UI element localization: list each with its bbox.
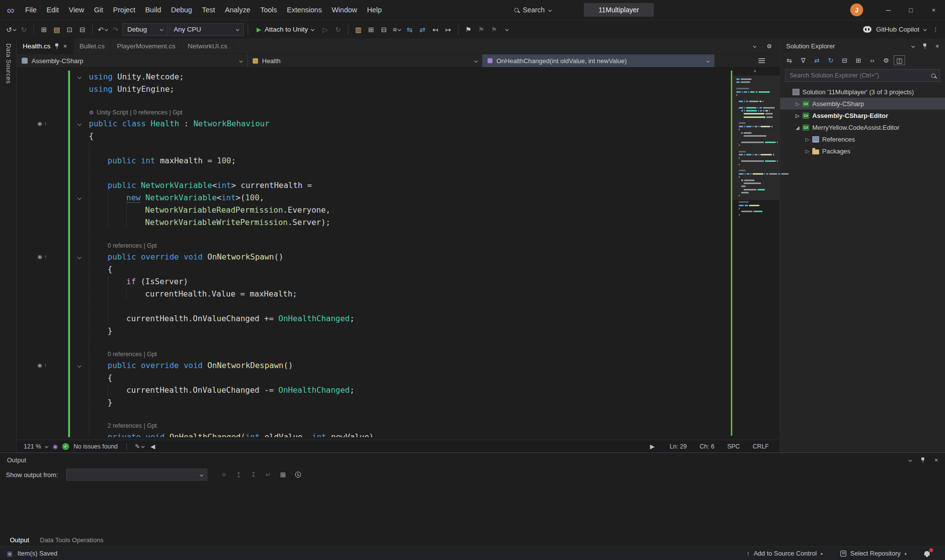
- expand-chevron-icon[interactable]: ▷: [803, 137, 812, 142]
- scroll-left-icon[interactable]: ◀: [149, 440, 157, 453]
- previous-message-icon[interactable]: ↥: [233, 468, 245, 481]
- menu-git[interactable]: Git: [89, 4, 109, 16]
- platform-dropdown[interactable]: Any CPU: [169, 23, 244, 36]
- code-row[interactable]: ◉↑public class Health : NetworkBehaviour: [17, 117, 730, 130]
- menu-debug[interactable]: Debug: [166, 4, 197, 16]
- expand-chevron-icon[interactable]: ▷: [793, 101, 802, 107]
- menu-project[interactable]: Project: [108, 4, 140, 16]
- code-row[interactable]: [17, 300, 730, 312]
- expand-chevron-icon[interactable]: ◢: [793, 125, 802, 130]
- menu-build[interactable]: Build: [140, 4, 166, 16]
- tree-item-references[interactable]: ▷References: [780, 133, 945, 145]
- tab-playermovement-cs[interactable]: PlayerMovement.cs: [111, 38, 182, 54]
- open-folder-icon[interactable]: ▤: [51, 23, 63, 36]
- bookmark-icon[interactable]: ⚑: [462, 23, 474, 36]
- new-project-icon[interactable]: ⊞: [38, 23, 50, 36]
- fold-chevron-icon[interactable]: [77, 363, 81, 367]
- code-row[interactable]: currentHealth.OnValueChanged -= OnHealth…: [17, 384, 730, 396]
- code-row[interactable]: NetworkVariableWritePermission.Server);: [17, 216, 730, 228]
- navigate-forward-icon[interactable]: ↻: [18, 23, 30, 36]
- next-bookmark-icon[interactable]: ⚑: [488, 23, 500, 36]
- preview-selected-items-icon[interactable]: ◫: [894, 55, 905, 65]
- codelens-row[interactable]: 0 references | Gpt: [17, 349, 730, 359]
- menu-test[interactable]: Test: [197, 4, 220, 16]
- menu-help[interactable]: Help: [362, 4, 387, 16]
- close-icon[interactable]: ×: [63, 42, 67, 50]
- tree-item-packages[interactable]: ▷Packages: [780, 145, 945, 157]
- code-view-icon[interactable]: ‹›: [866, 55, 878, 66]
- codelens-label[interactable]: 0 references | Gpt: [108, 242, 157, 249]
- attach-to-unity-button[interactable]: ▶ Attach to Unity: [252, 23, 318, 36]
- configuration-dropdown[interactable]: Debug: [122, 23, 168, 36]
- line-indicator[interactable]: Ln: 29: [670, 443, 687, 450]
- code-row[interactable]: [17, 337, 730, 349]
- menu-window[interactable]: Window: [327, 4, 362, 16]
- pin-icon[interactable]: [920, 457, 925, 463]
- properties-icon[interactable]: ⚙: [880, 55, 892, 66]
- code-row[interactable]: ◉↑public override void OnNetworkDespawn(…: [17, 359, 730, 372]
- navigate-back-icon[interactable]: ↺: [5, 23, 17, 36]
- avatar[interactable]: J: [850, 3, 863, 16]
- toolbar-overflow-icon[interactable]: [501, 23, 513, 36]
- code-row[interactable]: NetworkVariableReadPermission.Everyone,: [17, 204, 730, 216]
- tab-bullet-cs[interactable]: Bullet.cs: [74, 38, 111, 54]
- increase-indent-icon[interactable]: ↦: [442, 23, 454, 36]
- code-row[interactable]: if (IsServer): [17, 275, 730, 288]
- collapse-all-icon[interactable]: ⊟: [838, 55, 851, 66]
- output-tab-output[interactable]: Output: [6, 535, 33, 545]
- minimize-button[interactable]: ─: [877, 0, 900, 20]
- code-row[interactable]: ◉↑public override void OnNetworkSpawn(): [17, 251, 730, 263]
- save-icon[interactable]: ⊡: [64, 23, 76, 36]
- hot-reload-icon[interactable]: ↻: [332, 23, 344, 36]
- code-row[interactable]: [17, 142, 730, 154]
- tree-item-assembly-csharp[interactable]: ▷Assembly-CSharp: [780, 98, 945, 110]
- data-sources-tab[interactable]: Data Sources: [5, 43, 12, 452]
- panel-chevron-icon[interactable]: [908, 458, 912, 461]
- codeassist-status-icon[interactable]: ◉: [52, 443, 57, 450]
- tree-item-solution-11multiplayer-3-of-3-pr[interactable]: Solution '11Multiplayer' (3 of 3 project…: [780, 86, 945, 98]
- sync-view-icon[interactable]: ⇄: [416, 23, 428, 36]
- output-source-dropdown[interactable]: [66, 469, 207, 481]
- search-box[interactable]: Search: [509, 4, 556, 16]
- code-lines[interactable]: using Unity.Netcode;using UnityEngine;⚙U…: [17, 68, 730, 440]
- code-row[interactable]: }: [17, 396, 730, 409]
- minimap-visible-region[interactable]: [733, 75, 780, 200]
- expand-chevron-icon[interactable]: ▷: [803, 149, 812, 154]
- github-copilot-button[interactable]: GitHub Copilot: [863, 26, 930, 33]
- code-row[interactable]: currentHealth.Value = maxHealth;: [17, 288, 730, 300]
- solution-search-box[interactable]: [785, 69, 940, 82]
- toolbar-options-icon[interactable]: ⋮: [931, 23, 940, 36]
- panel-close-icon[interactable]: ×: [935, 42, 939, 50]
- line-ending-indicator[interactable]: CRLF: [753, 443, 769, 450]
- save-all-icon[interactable]: ⊟: [76, 23, 88, 36]
- fold-chevron-icon[interactable]: [77, 121, 81, 125]
- zoom-level[interactable]: 121 %: [24, 443, 41, 450]
- filter-icon[interactable]: ∇: [797, 55, 809, 66]
- next-message-icon[interactable]: ↧: [248, 468, 260, 481]
- tabbar-settings-icon[interactable]: ⚙: [765, 40, 774, 53]
- code-row[interactable]: [17, 409, 730, 421]
- code-row[interactable]: using Unity.Netcode;: [17, 71, 730, 83]
- code-row[interactable]: public int maxHealth = 100;: [17, 154, 730, 167]
- menu-analyze[interactable]: Analyze: [220, 4, 256, 16]
- codeassist-arrow-icon[interactable]: ↑: [44, 121, 47, 126]
- decrease-indent-icon[interactable]: ↤: [429, 23, 441, 36]
- code-row[interactable]: private void OnHealthChanged(int oldValu…: [17, 431, 730, 437]
- code-row[interactable]: {: [17, 130, 730, 142]
- fold-chevron-icon[interactable]: [77, 75, 81, 78]
- clear-all-icon[interactable]: ⊞: [277, 468, 289, 481]
- split-editor-handle[interactable]: [758, 60, 765, 61]
- panel-chevron-icon[interactable]: [911, 44, 915, 47]
- spaces-indicator[interactable]: SPC: [727, 443, 740, 450]
- previous-bookmark-icon[interactable]: ⚑: [475, 23, 487, 36]
- add-to-source-control-button[interactable]: ↑ Add to Source Control ▴: [747, 550, 823, 557]
- window-layout-icon[interactable]: ⊞: [365, 23, 377, 36]
- breadcrumb-project-dropdown[interactable]: Assembly-CSharp: [17, 54, 248, 67]
- codeassist-margin-icon[interactable]: ◉: [38, 121, 42, 126]
- scroll-up-icon[interactable]: ▲: [753, 69, 757, 73]
- solution-search-input[interactable]: [790, 72, 928, 79]
- notifications-bell[interactable]: [924, 550, 931, 557]
- codeassist-margin-icon[interactable]: ◉: [38, 363, 42, 368]
- start-without-debugging-icon[interactable]: ▷: [319, 23, 331, 36]
- codelens-row[interactable]: 0 references | Gpt: [17, 241, 730, 251]
